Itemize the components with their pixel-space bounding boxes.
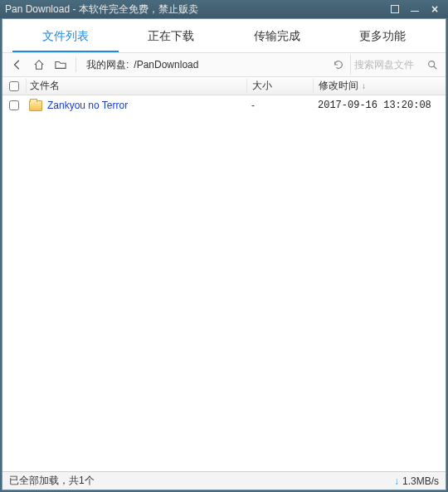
row-size-cell: - <box>246 100 313 111</box>
search-input[interactable] <box>354 59 421 71</box>
app-window: Pan Download - 本软件完全免费，禁止贩卖 × 文件列表 正在下载 … <box>0 0 448 492</box>
back-button[interactable] <box>7 55 27 75</box>
row-filename: Zankyou no Terror <box>47 100 128 111</box>
row-mtime-cell: 2017-09-16 13:20:08 <box>313 100 446 111</box>
separator <box>75 57 76 72</box>
select-all-checkbox[interactable] <box>9 81 19 91</box>
search-button[interactable] <box>424 55 441 75</box>
refresh-button[interactable] <box>329 55 348 75</box>
tab-downloading[interactable]: 正在下载 <box>119 21 225 52</box>
folder-icon <box>29 100 42 111</box>
header-checkbox-cell <box>2 81 26 91</box>
svg-point-0 <box>429 61 435 67</box>
home-icon <box>33 59 45 71</box>
client-area: 文件列表 正在下载 传输完成 更多功能 我的网盘: /PanDownload <box>2 18 446 490</box>
tab-file-list[interactable]: 文件列表 <box>12 21 119 52</box>
column-header-mtime[interactable]: 修改时间 ↓ <box>313 79 446 93</box>
sort-descending-icon: ↓ <box>362 81 366 90</box>
download-speed: 1.3MB/s <box>402 475 439 487</box>
svg-line-1 <box>434 66 437 70</box>
toolbar: 我的网盘: /PanDownload <box>2 52 446 77</box>
download-arrow-icon: ↓ <box>394 475 399 487</box>
path-value: /PanDownload <box>134 59 198 71</box>
search-icon <box>426 59 438 71</box>
column-header-mtime-label: 修改时间 <box>319 79 358 93</box>
restore-icon[interactable] <box>387 2 403 16</box>
home-button[interactable] <box>29 55 49 75</box>
row-checkbox-cell <box>2 100 26 110</box>
close-icon[interactable]: × <box>426 2 443 16</box>
titlebar[interactable]: Pan Download - 本软件完全免费，禁止贩卖 × <box>0 0 448 18</box>
statusbar: 已全部加载，共1个 ↓ 1.3MB/s <box>2 471 446 490</box>
row-checkbox[interactable] <box>9 100 19 110</box>
column-header-size[interactable]: 大小 <box>246 79 313 93</box>
tab-completed[interactable]: 传输完成 <box>224 21 330 52</box>
arrow-left-icon <box>12 59 23 71</box>
new-folder-button[interactable] <box>51 55 71 75</box>
path-label: 我的网盘: <box>86 58 129 72</box>
folder-icon <box>55 59 66 71</box>
tabbar: 文件列表 正在下载 传输完成 更多功能 <box>2 19 446 52</box>
window-title: Pan Download - 本软件完全免费，禁止贩卖 <box>5 2 387 17</box>
window-controls: × <box>387 2 443 16</box>
search-box <box>350 55 441 75</box>
table-header: 文件名 大小 修改时间 ↓ <box>2 77 446 95</box>
file-list[interactable]: Zankyou no Terror - 2017-09-16 13:20:08 <box>2 95 446 471</box>
refresh-icon <box>333 59 344 71</box>
tab-more[interactable]: 更多功能 <box>330 21 436 52</box>
row-name-cell[interactable]: Zankyou no Terror <box>26 100 246 111</box>
minimize-icon[interactable] <box>407 2 423 16</box>
column-header-name[interactable]: 文件名 <box>26 79 246 93</box>
status-text: 已全部加载，共1个 <box>9 474 95 488</box>
table-row[interactable]: Zankyou no Terror - 2017-09-16 13:20:08 <box>2 95 446 115</box>
